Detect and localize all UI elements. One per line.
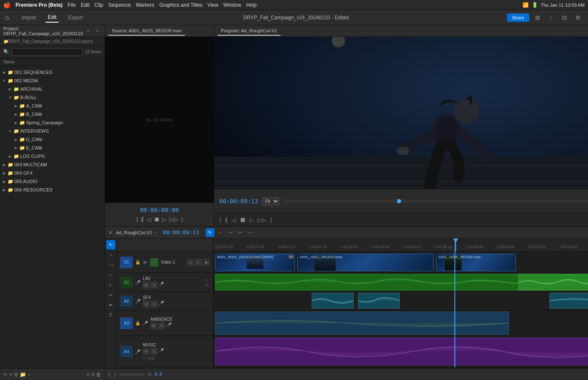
prev-edit-icon[interactable]: ⟨ (108, 372, 110, 377)
nav-export[interactable]: Export (66, 13, 85, 22)
nav-import[interactable]: Import (19, 13, 39, 22)
workspace-icon[interactable]: ⊞ (533, 13, 543, 23)
menu-graphics-titles[interactable]: Graphics and Titles (159, 2, 202, 8)
apple-menu[interactable]: 🍎 (3, 2, 10, 8)
video-clip-1[interactable]: B001_B002_0815CS.mov [200%] fx (215, 254, 295, 271)
video-clip-3[interactable]: A001_A006_081593.mov (436, 254, 516, 271)
a4-vol-down[interactable]: ◁ (147, 356, 151, 360)
mark-in-icon[interactable]: ⟨ (136, 216, 138, 223)
a1-m-btn[interactable]: M (143, 282, 150, 288)
settings-icon[interactable]: ⚙ (573, 13, 583, 23)
program-timeline-scrubber[interactable] (283, 199, 588, 203)
tree-item-resources[interactable]: ▶ 📁 006 RESOURCES (0, 186, 105, 194)
a4-m-btn[interactable]: M (143, 348, 150, 355)
sfx-clip-2[interactable] (358, 293, 400, 309)
play-btn[interactable]: ▷ (249, 217, 254, 223)
a4-s-btn[interactable]: S (151, 348, 158, 355)
mark-out-btn[interactable]: ⟩ (270, 217, 272, 223)
sort-icon[interactable]: ○ (28, 372, 31, 377)
next-edit-icon[interactable]: ⟩ (114, 372, 116, 377)
v-pen-tool[interactable]: ✒ (106, 301, 116, 310)
list-view-icon[interactable]: ≡ (9, 372, 12, 377)
a4-vol-up[interactable]: ▷ (152, 356, 155, 360)
play-icon[interactable]: ▷ (162, 216, 167, 223)
slip-tool[interactable]: ↔ (246, 228, 255, 237)
zoom-slider[interactable] (119, 374, 144, 375)
tree-item-sequences[interactable]: ▶ 📁 001 SEQUENCES (0, 68, 105, 76)
v1-ripple-btn[interactable]: ▷ (195, 259, 202, 266)
menu-markers[interactable]: Markers (136, 2, 154, 8)
home-icon[interactable]: ⌂ (5, 14, 9, 21)
timeline-tab[interactable]: Ad_RoughCut-V1 ≡ (116, 230, 156, 235)
timeline-clips-area[interactable]: 2:00:07:00 2:00:07:06 2:00:07:12 2:00:07… (213, 238, 588, 368)
source-tab[interactable]: Source: A001_A015_0815OF.mov (108, 26, 185, 36)
a3-s-btn[interactable]: S (158, 322, 165, 329)
tree-item-archival[interactable]: ▶ 📁 ARCHIVAL (0, 85, 105, 93)
v-slip-tool[interactable]: ↔ (106, 270, 116, 280)
close-timeline-icon[interactable]: ✕ (108, 230, 113, 236)
tree-item-ecam[interactable]: ▶ 📁 E_CAM (0, 144, 105, 152)
panel-menu-icon[interactable]: ≡ (84, 27, 92, 35)
share-button[interactable]: Share (507, 13, 529, 22)
stop-btn[interactable]: ⏹ (239, 216, 246, 224)
tree-item-logclips[interactable]: ▶ 📁 LOG CLIPS (0, 152, 105, 160)
ripple-edit-tool[interactable]: ⊣ (226, 228, 234, 237)
folder-new-icon[interactable]: 📁 (20, 372, 26, 377)
tree-item-media[interactable]: ▼ 📁 002 MEDIA (0, 76, 105, 85)
lock-icon-v1[interactable]: 🔓 (135, 260, 140, 265)
audio-clip-lav-selected[interactable]: fx (518, 274, 588, 291)
menu-edit[interactable]: Edit (81, 2, 89, 8)
tree-item-dcam[interactable]: ▶ 📁 D_CAM (0, 135, 105, 144)
layout-icon[interactable]: ⊟ (559, 13, 570, 23)
play-reverse-btn[interactable]: ◁ (231, 217, 236, 223)
play-reverse-icon[interactable]: ◁ (147, 216, 151, 223)
a2-m-btn[interactable]: M (143, 301, 150, 307)
menu-help[interactable]: Help (246, 2, 257, 8)
a3-lock-icon[interactable]: 🔓 (135, 321, 140, 325)
a3-m-btn[interactable]: M (150, 322, 157, 329)
a1-s-btn[interactable]: S (151, 282, 158, 288)
eye-icon-v1[interactable]: 👁 (143, 260, 147, 265)
trash-icon[interactable]: 🗑 (96, 372, 101, 377)
tree-item-interviews[interactable]: ▼ 📁 INTERVIEWS (0, 127, 105, 135)
mark-out-icon[interactable]: ⟩ (181, 216, 183, 223)
search-input[interactable] (12, 48, 83, 56)
menu-sequence[interactable]: Sequence (108, 2, 131, 8)
panel-expand-icon[interactable]: » (94, 27, 101, 35)
v-razor-tool[interactable]: ✂ (106, 291, 116, 300)
nav-edit[interactable]: Edit (45, 13, 59, 23)
program-tab[interactable]: Program: Ad_RoughCut-V1 (218, 26, 281, 36)
v1-active-toggle[interactable]: ✓ (150, 258, 158, 267)
menu-view[interactable]: View (207, 2, 218, 8)
v-ripple-tool[interactable]: ⊣ (106, 260, 116, 270)
menu-window[interactable]: Window (223, 2, 242, 8)
sfx-clip-3[interactable] (549, 293, 588, 309)
sfx-clip-1[interactable] (312, 293, 354, 309)
video-clip-2[interactable]: A001_A011_08153V.mov (297, 254, 433, 271)
menu-clip[interactable]: Clip (94, 2, 103, 8)
v1-collapse-btn[interactable]: ■ (203, 259, 210, 266)
v-text-tool[interactable]: T (106, 311, 116, 320)
v1-expand-btn[interactable]: ◁ (187, 259, 194, 266)
selection-tool[interactable]: ↖ (206, 228, 214, 237)
tree-item-bcam[interactable]: ▶ 📁 B_CAM (0, 110, 105, 118)
tree-item-gfx[interactable]: ▶ 📁 004 GFX (0, 169, 105, 177)
razor-tool[interactable]: ✂ (236, 228, 244, 237)
v-slide-tool[interactable]: ⊢ (106, 280, 116, 290)
music-clip-1[interactable] (215, 338, 588, 365)
step-fwd-icon[interactable]: ▷▷ (169, 216, 178, 223)
new-item-icon[interactable]: ✏ (3, 372, 8, 377)
ambience-clip-1[interactable] (215, 312, 509, 335)
tree-item-broll[interactable]: ▼ 📁 B-ROLL (0, 93, 105, 102)
tree-item-audio[interactable]: ▶ 📁 005 AUDIO (0, 177, 105, 186)
timeline-icon[interactable]: ≡ (87, 372, 89, 377)
menu-file[interactable]: File (68, 2, 76, 8)
fit-select[interactable]: Fit (262, 197, 279, 205)
tree-item-spring[interactable]: ▶ 📁 Spring_Campaign (0, 118, 105, 127)
tree-item-acam[interactable]: ▶ 📁 A_CAM (0, 102, 105, 110)
v-select-tool[interactable]: ↖ (106, 240, 116, 249)
track-select-tool[interactable]: → (216, 228, 224, 237)
zoom-fit-icon[interactable]: ⊡ (148, 372, 151, 377)
mark-in-btn[interactable]: ⟨ (219, 217, 221, 223)
icon-view-icon[interactable]: ⊞ (14, 372, 18, 377)
